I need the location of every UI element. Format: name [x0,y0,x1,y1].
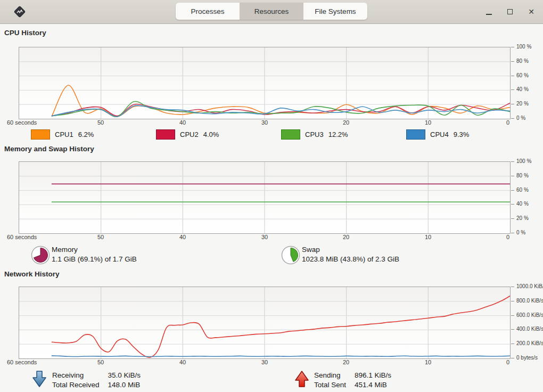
cpu2-color-swatch [156,129,175,140]
close-icon: ✕ [528,7,534,16]
network-x-label: 10 [425,359,431,365]
cpu-history-title: CPU History [4,29,46,37]
network-history-title: Network History [4,270,60,278]
sending-arrow-icon [294,370,310,388]
maximize-button[interactable] [504,5,516,18]
cpu3-value: 12.2% [328,130,348,138]
network-x-label: 50 [97,359,104,365]
memory-pie-icon [31,246,50,265]
total-sent-label: Total Sent [314,380,346,390]
network-x-label: 20 [343,359,349,365]
memory-y-label: 80 % [511,173,529,178]
network-x-label: 60 seconds [7,359,37,365]
total-received-value: 148.0 MiB [108,380,141,390]
sending-rate: 896.1 KiB/s [355,371,391,380]
cpu-x-label: 0 [506,119,509,126]
receiving-rate: 35.0 KiB/s [108,371,141,380]
memory-y-label: 0 % [511,230,525,235]
memory-y-label: 40 % [511,201,529,207]
cpu-legend: CPU1 6.2% CPU2 4.0% CPU3 12.2% CPU4 9.3% [21,129,522,140]
network-y-label: 1000.0 KiB/s [511,283,543,289]
memory-x-label: 0 [506,234,509,240]
cpu-y-label: 80 % [511,58,529,64]
cpu3-legend-item[interactable]: CPU3 12.2% [272,129,397,140]
network-history-chart [19,287,511,359]
cpu-x-label: 30 [261,119,268,126]
network-x-label: 30 [261,359,268,365]
cpu2-legend-item[interactable]: CPU2 4.0% [146,129,272,140]
cpu-x-label: 60 seconds [7,119,37,126]
sending-label: Sending [314,371,346,380]
cpu-y-label: 0 % [511,115,525,121]
memory-x-label: 20 [343,234,349,240]
cpu4-legend-item[interactable]: CPU4 9.3% [397,129,522,140]
memory-x-label: 30 [261,234,268,240]
network-y-label: 400.0 KiB/s [511,326,543,332]
cpu-x-label: 40 [179,119,186,126]
sending-stats: Sending 896.1 KiB/s Total Sent 451.4 MiB [314,371,391,389]
network-y-label: 800.0 KiB/s [511,298,543,304]
cpu3-color-swatch [281,129,300,140]
network-y-label: 0 bytes/s [511,355,538,361]
total-sent-value: 451.4 MiB [355,380,391,390]
memory-y-label: 60 % [511,187,529,193]
swap-stat-label: Swap [302,245,399,255]
tab-resources[interactable]: Resources [240,3,303,20]
swap-pie-icon [281,246,300,265]
swap-stat-detail: 1023.8 MiB (43.8%) of 2.3 GiB [302,255,399,264]
memory-x-label: 60 seconds [7,234,37,240]
memory-history-chart [19,161,511,234]
cpu4-value: 9.3% [454,130,470,138]
cpu-y-label: 60 % [511,72,529,78]
cpu-x-label: 10 [425,119,431,126]
cpu-y-label: 40 % [511,86,529,92]
memory-stat-detail: 1.1 GiB (69.1%) of 1.7 GiB [52,255,137,264]
headerbar: Processes Resources File Systems ✕ [0,0,543,24]
cpu-x-label: 20 [343,119,349,126]
memory-stat-label: Memory [52,245,137,255]
memory-x-label: 50 [97,234,104,240]
cpu1-value: 6.2% [78,130,94,138]
tab-file-systems[interactable]: File Systems [303,3,367,20]
app-icon [13,5,26,18]
cpu4-color-swatch [406,129,425,140]
network-y-label: 200.0 KiB/s [511,340,543,346]
network-x-label: 0 [506,359,509,365]
receiving-arrow-icon [31,370,47,388]
cpu3-label: CPU3 [305,130,324,138]
memory-y-label: 100 % [511,158,531,164]
cpu1-color-swatch [31,129,50,140]
cpu-y-label: 20 % [511,101,529,107]
network-x-label: 40 [179,359,186,365]
minimize-button[interactable] [482,5,495,18]
cpu1-legend-item[interactable]: CPU1 6.2% [21,129,146,140]
maximize-icon [507,9,513,14]
minimize-icon [486,14,492,15]
memory-x-label: 40 [179,234,186,240]
swap-stat: Swap 1023.8 MiB (43.8%) of 2.3 GiB [302,245,399,264]
cpu2-label: CPU2 [180,130,199,138]
cpu-y-label: 100 % [511,44,531,50]
memory-x-label: 10 [425,234,431,240]
cpu4-label: CPU4 [430,130,449,138]
cpu1-label: CPU1 [55,130,73,138]
receiving-stats: Receiving 35.0 KiB/s Total Received 148.… [52,371,141,389]
close-button[interactable]: ✕ [525,5,538,18]
view-tabs: Processes Resources File Systems [176,3,367,20]
memory-history-title: Memory and Swap History [4,145,94,153]
total-received-label: Total Received [52,380,100,390]
memory-stat: Memory 1.1 GiB (69.1%) of 1.7 GiB [52,245,137,264]
network-y-label: 600.0 KiB/s [511,312,543,318]
cpu2-value: 4.0% [203,130,219,138]
system-monitor-window: Processes Resources File Systems ✕ CPU H… [0,0,543,392]
tab-processes[interactable]: Processes [176,3,240,20]
cpu-x-label: 50 [97,119,104,126]
receiving-label: Receiving [52,371,100,380]
cpu-history-chart [19,47,511,119]
memory-y-label: 20 % [511,215,529,221]
